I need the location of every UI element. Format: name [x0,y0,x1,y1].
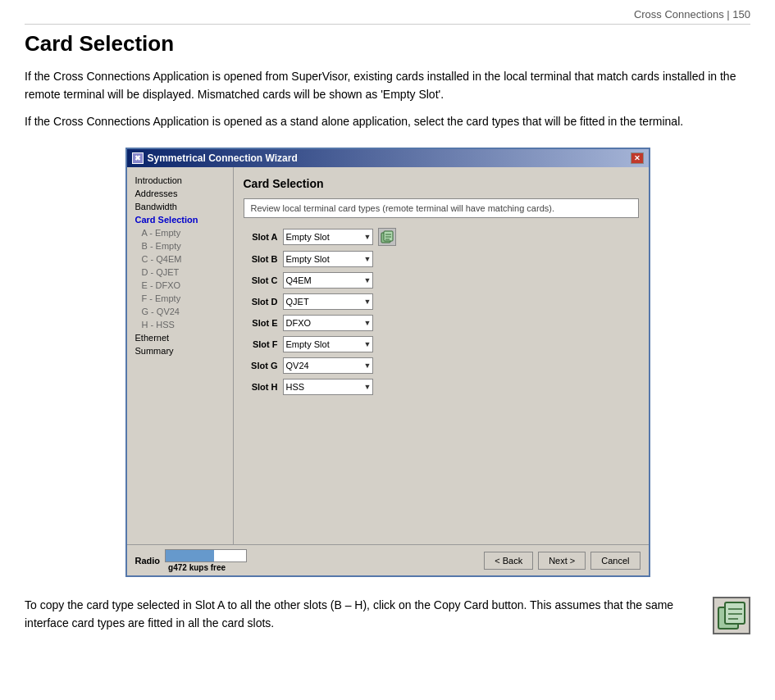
slot-f-select[interactable]: Empty Slot Q4EM QJET DFXO QV24 HSS [283,336,373,352]
sidebar-sub-b: B - Empty [130,239,230,252]
page-header: Cross Connections | 150 [25,8,750,25]
slot-h-select-wrapper: Empty Slot Q4EM QJET DFXO QV24 HSS ▼ [283,379,373,395]
dialog-titlebar: ✖ Symmetrical Connection Wizard ✕ [127,149,649,167]
slot-row-g: Slot G Empty Slot Q4EM QJET DFXO QV24 HS… [244,357,639,374]
copy-card-button[interactable] [378,228,396,246]
progress-bar-fill [166,550,214,561]
cancel-button[interactable]: Cancel [590,552,640,570]
slot-e-label: Slot E [244,318,278,328]
back-button[interactable]: < Back [484,552,533,570]
slot-row-a: Slot A Empty Slot Q4EM QJET DFXO QV24 HS… [244,228,639,246]
slot-h-label: Slot H [244,382,278,392]
sidebar-sub-h: H - HSS [130,318,230,331]
radio-label: Radio [135,556,161,566]
sidebar-sub-f: F - Empty [130,292,230,305]
sidebar-sub-e: E - DFXO [130,279,230,292]
sidebar-sub-a: A - Empty [130,226,230,239]
footer-left: Radio g472 kups free [135,549,248,572]
slot-a-label: Slot A [244,232,278,242]
paragraph-1: If the Cross Connections Application is … [25,68,750,103]
slot-f-label: Slot F [244,339,278,349]
sidebar-item-card-selection[interactable]: Card Selection [130,213,230,226]
slot-row-e: Slot E Empty Slot Q4EM QJET DFXO QV24 HS… [244,315,639,331]
slot-a-select[interactable]: Empty Slot Q4EM QJET DFXO QV24 HSS [283,229,373,245]
dialog-footer: Radio g472 kups free < Back Next > Cance… [127,544,649,575]
sidebar-sub-c: C - Q4EM [130,252,230,266]
slot-b-label: Slot B [244,254,278,264]
slot-c-select[interactable]: Empty Slot Q4EM QJET DFXO QV24 HSS [283,272,373,289]
slot-d-select[interactable]: Empty Slot Q4EM QJET DFXO QV24 HSS [283,293,373,310]
slot-h-select[interactable]: Empty Slot Q4EM QJET DFXO QV24 HSS [283,379,373,395]
sidebar-item-introduction[interactable]: Introduction [130,174,230,187]
dialog-icon: ✖ [132,152,144,164]
sidebar: Introduction Addresses Bandwidth Card Se… [127,167,234,544]
slot-e-select[interactable]: Empty Slot Q4EM QJET DFXO QV24 HSS [283,315,373,331]
copy-icon [380,230,394,244]
dialog: ✖ Symmetrical Connection Wizard ✕ Introd… [125,148,650,577]
slot-d-select-wrapper: Empty Slot Q4EM QJET DFXO QV24 HSS ▼ [283,293,373,310]
slot-c-label: Slot C [244,275,278,285]
slot-b-select-wrapper: Empty Slot Q4EM QJET DFXO QV24 HSS ▼ [283,251,373,267]
slot-row-c: Slot C Empty Slot Q4EM QJET DFXO QV24 HS… [244,272,639,289]
main-content: Card Selection Review local terminal car… [234,167,649,544]
sidebar-sub-g: G - QV24 [130,305,230,318]
slot-row-f: Slot F Empty Slot Q4EM QJET DFXO QV24 HS… [244,336,639,352]
progress-bar [165,549,247,562]
dialog-title: Symmetrical Connection Wizard [148,152,298,164]
slot-e-select-wrapper: Empty Slot Q4EM QJET DFXO QV24 HSS ▼ [283,315,373,331]
slot-g-select[interactable]: Empty Slot Q4EM QJET DFXO QV24 HSS [283,357,373,374]
sidebar-item-summary[interactable]: Summary [130,344,230,357]
slot-c-select-wrapper: Empty Slot Q4EM QJET DFXO QV24 HSS ▼ [283,272,373,289]
copy-card-icon-large [713,597,750,634]
slot-a-select-wrapper: Empty Slot Q4EM QJET DFXO QV24 HSS ▼ [283,229,373,245]
progress-wrapper: g472 kups free [165,549,247,572]
paragraph-2: If the Cross Connections Application is … [25,113,750,131]
svg-rect-6 [725,602,745,624]
copy-icon-large [715,599,748,632]
info-box: Review local terminal card types (remote… [244,198,639,218]
page-header-text: Cross Connections | 150 [634,8,750,20]
close-button[interactable]: ✕ [631,152,644,164]
sidebar-item-ethernet[interactable]: Ethernet [130,331,230,344]
sidebar-item-addresses[interactable]: Addresses [130,187,230,200]
dialog-body: Introduction Addresses Bandwidth Card Se… [127,167,649,544]
section-title: Card Selection [244,177,639,190]
dialog-wrapper: ✖ Symmetrical Connection Wizard ✕ Introd… [25,148,750,577]
next-button[interactable]: Next > [538,552,586,570]
slot-row-h: Slot H Empty Slot Q4EM QJET DFXO QV24 HS… [244,379,639,395]
bottom-text: To copy the card type selected in Slot A… [25,597,700,632]
bottom-section: To copy the card type selected in Slot A… [25,597,750,634]
sidebar-item-bandwidth[interactable]: Bandwidth [130,200,230,213]
page-title: Card Selection [25,31,750,57]
footer-right: < Back Next > Cancel [484,552,640,570]
slot-b-select[interactable]: Empty Slot Q4EM QJET DFXO QV24 HSS [283,251,373,267]
progress-text: g472 kups free [168,563,226,572]
slot-g-select-wrapper: Empty Slot Q4EM QJET DFXO QV24 HSS ▼ [283,357,373,374]
slot-g-label: Slot G [244,361,278,370]
slot-row-d: Slot D Empty Slot Q4EM QJET DFXO QV24 HS… [244,293,639,310]
slot-d-label: Slot D [244,297,278,307]
titlebar-left: ✖ Symmetrical Connection Wizard [132,152,298,164]
sidebar-sub-d: D - QJET [130,266,230,279]
slot-row-b: Slot B Empty Slot Q4EM QJET DFXO QV24 HS… [244,251,639,267]
slot-f-select-wrapper: Empty Slot Q4EM QJET DFXO QV24 HSS ▼ [283,336,373,352]
